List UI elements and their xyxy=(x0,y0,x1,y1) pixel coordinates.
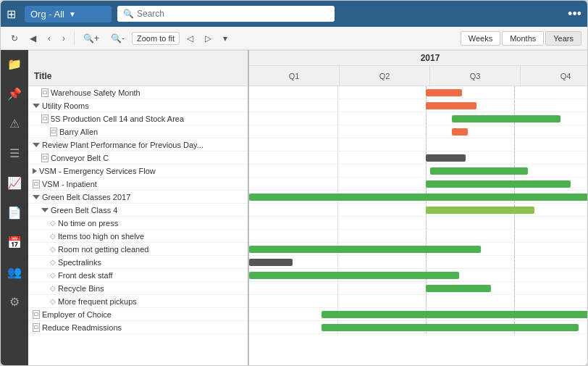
chart-row xyxy=(249,112,587,125)
back-button[interactable]: ◀ xyxy=(25,31,41,46)
task-row: ◇ Items too high on shelve xyxy=(28,230,248,243)
alert-icon[interactable]: ⚠ xyxy=(8,115,21,132)
task-row: VSM - Emergency Services Flow xyxy=(28,165,248,178)
task-name: Warehouse Safety Month xyxy=(51,88,140,97)
org-dropdown[interactable]: Org - All ▼ xyxy=(25,6,112,22)
view-buttons: Weeks Months Years xyxy=(461,31,581,46)
gantt-bar[interactable] xyxy=(426,89,462,96)
page-icon: □ xyxy=(33,310,40,319)
chart-row xyxy=(249,230,587,243)
pin-icon[interactable]: 📌 xyxy=(6,86,23,102)
task-name: No time on press xyxy=(58,219,118,228)
gantt-bar[interactable] xyxy=(249,259,293,266)
weeks-button[interactable]: Weeks xyxy=(461,31,500,46)
prev-button[interactable]: ‹ xyxy=(43,31,55,46)
task-icon: ◇ xyxy=(50,232,56,240)
task-name: Conveyor Belt C xyxy=(51,154,109,162)
page-icon: □ xyxy=(41,154,49,162)
gantt-bar[interactable] xyxy=(426,154,466,162)
grid-icon[interactable]: ⊞ xyxy=(7,7,16,21)
gantt-bar[interactable] xyxy=(322,311,587,318)
chart-row xyxy=(249,269,587,282)
gantt-bar[interactable] xyxy=(426,285,491,292)
main-content: 📁 📌 ⚠ ☰ 📈 📄 📅 👥 ⚙ Title □ Warehouse Safe… xyxy=(1,50,587,365)
gantt-bar[interactable] xyxy=(452,128,468,136)
refresh-button[interactable]: ↻ xyxy=(7,31,22,46)
task-name: VSM - Emergency Services Flow xyxy=(39,167,156,175)
expand-icon[interactable] xyxy=(33,195,40,199)
chart-row xyxy=(249,165,587,178)
gantt-bar[interactable] xyxy=(430,167,528,175)
dropdown-arrow[interactable]: ▾ xyxy=(219,31,232,46)
task-row: Review Plant Performance for Previous Da… xyxy=(28,138,248,151)
page-icon: □ xyxy=(41,88,49,97)
task-name: VSM - Inpatient xyxy=(42,180,97,188)
task-name: Room not getting cleaned xyxy=(58,245,148,254)
year-text: 2017 xyxy=(421,53,440,63)
chart-icon[interactable]: 📈 xyxy=(6,175,23,191)
task-list: Title □ Warehouse Safety Month Utility R… xyxy=(28,50,249,365)
quarter-q1: Q1 xyxy=(249,66,340,86)
task-name: Spectralinks xyxy=(58,258,101,267)
task-name: Green Belt Class 4 xyxy=(51,206,117,215)
quarter-q4: Q4 xyxy=(521,66,587,86)
zoom-in-button[interactable]: 🔍+ xyxy=(79,31,104,46)
people-icon[interactable]: 👥 xyxy=(6,264,23,280)
expand-icon[interactable] xyxy=(33,104,40,108)
task-row: □ Warehouse Safety Month xyxy=(28,86,248,99)
years-button[interactable]: Years xyxy=(545,31,581,46)
folder-icon[interactable]: 📁 xyxy=(6,56,23,72)
gantt-bar[interactable] xyxy=(249,194,587,201)
chart-area[interactable]: 2017 Q1 Q2 Q3 Q4 xyxy=(249,50,587,365)
search-input[interactable] xyxy=(137,9,329,19)
list-icon[interactable]: ☰ xyxy=(8,145,21,162)
task-row: □ Reduce Readmissions xyxy=(28,321,248,334)
zoom-out-button[interactable]: 🔍- xyxy=(106,31,129,46)
gantt-bar[interactable] xyxy=(426,180,571,188)
chart-row xyxy=(249,86,587,99)
expand-icon[interactable] xyxy=(41,208,49,212)
gantt-bar[interactable] xyxy=(322,324,579,331)
task-row: ◇ Front desk staff xyxy=(28,269,248,282)
task-icon: ◇ xyxy=(50,219,56,227)
calendar-icon[interactable]: 📅 xyxy=(6,234,23,251)
document-icon[interactable]: 📄 xyxy=(6,204,23,221)
chart-row xyxy=(249,151,587,165)
task-name: Green Belt Classes 2017 xyxy=(42,193,130,201)
gantt-bar[interactable] xyxy=(249,272,459,279)
gantt-bar[interactable] xyxy=(249,246,481,253)
more-button[interactable]: ••• xyxy=(568,7,581,22)
expand-icon[interactable] xyxy=(33,168,37,174)
gantt-area: Title □ Warehouse Safety Month Utility R… xyxy=(28,50,587,365)
expand-icon[interactable] xyxy=(33,143,40,147)
chart-header: 2017 Q1 Q2 Q3 Q4 xyxy=(249,50,587,86)
settings-icon[interactable]: ⚙ xyxy=(8,294,21,310)
chart-row xyxy=(249,204,587,217)
gantt-bar[interactable] xyxy=(452,115,560,122)
task-icon: ◇ xyxy=(50,271,56,279)
zoom-fit-button[interactable]: Zoom to fit xyxy=(132,32,180,45)
gantt-bar[interactable] xyxy=(426,102,476,109)
chart-row xyxy=(249,191,587,204)
chart-rows xyxy=(249,86,587,334)
quarters-row: Q1 Q2 Q3 Q4 xyxy=(249,66,587,86)
task-row: □ Barry Allen xyxy=(28,125,248,138)
task-name: More frequent pickups xyxy=(58,297,137,306)
task-list-header: Title xyxy=(28,50,248,86)
next-button[interactable]: › xyxy=(58,31,70,46)
task-name: Utility Rooms xyxy=(42,101,89,110)
task-name: Front desk staff xyxy=(58,271,113,280)
task-row: □ Conveyor Belt C xyxy=(28,151,248,165)
task-name: Barry Allen xyxy=(59,128,98,136)
chart-row xyxy=(249,138,587,151)
task-row: Utility Rooms xyxy=(28,99,248,112)
quarter-q2: Q2 xyxy=(340,66,430,86)
prev-arrow[interactable]: ◁ xyxy=(182,31,198,46)
gantt-bar[interactable] xyxy=(426,207,534,214)
months-button[interactable]: Months xyxy=(502,31,544,46)
chart-row xyxy=(249,295,587,308)
top-bar: ⊞ Org - All ▼ 🔍 ••• xyxy=(1,1,587,27)
next-arrow[interactable]: ▷ xyxy=(201,31,216,46)
chart-row xyxy=(249,125,587,138)
task-row: □ VSM - Inpatient xyxy=(28,178,248,191)
